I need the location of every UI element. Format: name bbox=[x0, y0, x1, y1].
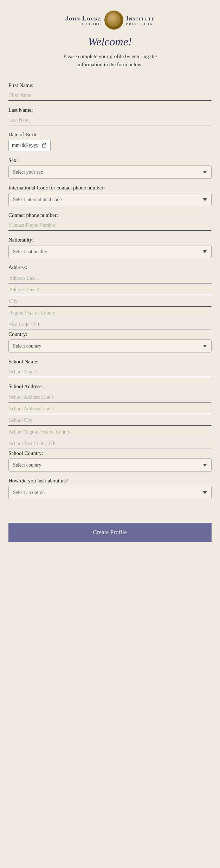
logo-name-right: Institute bbox=[126, 15, 155, 22]
address-group: Address: bbox=[8, 264, 212, 331]
last-name-group: Last Name: bbox=[8, 107, 212, 125]
school-address-line1-input[interactable] bbox=[8, 392, 212, 402]
medallion-portrait-icon bbox=[109, 15, 119, 25]
country-select[interactable]: Select country United Kingdom United Sta… bbox=[8, 339, 212, 352]
logo-name-left: John Locke bbox=[65, 15, 101, 22]
svg-point-0 bbox=[111, 17, 116, 21]
last-name-input[interactable] bbox=[8, 115, 212, 125]
address-line2-input[interactable] bbox=[8, 285, 212, 295]
address-label: Address: bbox=[8, 264, 212, 270]
first-name-label: First Name: bbox=[8, 82, 212, 88]
school-address-label: School Address: bbox=[8, 383, 212, 389]
dob-label: Date of Birth: bbox=[8, 132, 212, 138]
school-address-line2-input[interactable] bbox=[8, 404, 212, 414]
phone-group: Contact phone number: bbox=[8, 212, 212, 231]
school-country-label: School Country: bbox=[8, 450, 212, 456]
postcode-input[interactable] bbox=[8, 320, 212, 330]
nationality-select[interactable]: Select nationality British American Aust… bbox=[8, 245, 212, 258]
school-address-group: School Address: bbox=[8, 383, 212, 450]
phone-input[interactable] bbox=[8, 220, 212, 231]
city-input[interactable] bbox=[8, 296, 212, 307]
logo-sub-left: OXFORD bbox=[65, 22, 101, 26]
hear-about-group: How did you hear about us? Select an opt… bbox=[8, 478, 212, 499]
logo-text-right: Institute PRINCETON bbox=[126, 15, 155, 26]
welcome-title: Welcome! bbox=[88, 35, 132, 48]
region-input[interactable] bbox=[8, 308, 212, 318]
dob-input[interactable] bbox=[8, 140, 51, 151]
sex-group: Sex: Select your sex Male Female Non-bin… bbox=[8, 157, 212, 179]
sex-select[interactable]: Select your sex Male Female Non-binary P… bbox=[8, 166, 212, 179]
school-region-input[interactable] bbox=[8, 427, 212, 437]
country-group: Country: Select country United Kingdom U… bbox=[8, 331, 212, 352]
intl-code-label: International Code for contact phone num… bbox=[8, 185, 212, 191]
nationality-group: Nationality: Select nationality British … bbox=[8, 237, 212, 258]
submit-section: Create Profile bbox=[0, 516, 220, 552]
first-name-input[interactable] bbox=[8, 90, 212, 101]
address-line1-input[interactable] bbox=[8, 273, 212, 283]
school-name-group: School Name: bbox=[8, 359, 212, 377]
intl-code-select[interactable]: Select international code +1 (USA/Canada… bbox=[8, 193, 212, 206]
logo-text-left: John Locke OXFORD bbox=[65, 15, 101, 26]
create-profile-button[interactable]: Create Profile bbox=[8, 523, 212, 542]
address-input-stack bbox=[8, 273, 212, 331]
welcome-subtitle: Please complete your profile by entering… bbox=[50, 52, 170, 68]
logo-sub-right: PRINCETON bbox=[126, 22, 155, 26]
svg-point-1 bbox=[111, 21, 117, 25]
hear-about-label: How did you hear about us? bbox=[8, 478, 212, 484]
page-wrapper: John Locke OXFORD Institute PRINCETON We… bbox=[0, 0, 220, 567]
last-name-label: Last Name: bbox=[8, 107, 212, 113]
first-name-group: First Name: bbox=[8, 82, 212, 101]
nationality-label: Nationality: bbox=[8, 237, 212, 243]
school-country-group: School Country: Select country United Ki… bbox=[8, 450, 212, 472]
dob-group: Date of Birth: bbox=[8, 132, 212, 151]
school-postcode-input[interactable] bbox=[8, 439, 212, 449]
school-address-input-stack bbox=[8, 392, 212, 450]
school-city-input[interactable] bbox=[8, 416, 212, 426]
phone-label: Contact phone number: bbox=[8, 212, 212, 218]
header: John Locke OXFORD Institute PRINCETON We… bbox=[0, 0, 220, 79]
school-name-label: School Name: bbox=[8, 359, 212, 365]
logo-container: John Locke OXFORD Institute PRINCETON bbox=[65, 11, 155, 30]
logo-medallion bbox=[104, 11, 123, 30]
country-label: Country: bbox=[8, 331, 212, 337]
form-container: First Name: Last Name: Date of Birth: Se… bbox=[0, 79, 220, 516]
hear-about-select[interactable]: Select an option Social Media Friend or … bbox=[8, 486, 212, 499]
intl-code-group: International Code for contact phone num… bbox=[8, 185, 212, 206]
school-name-input[interactable] bbox=[8, 367, 212, 377]
sex-label: Sex: bbox=[8, 157, 212, 163]
school-country-select[interactable]: Select country United Kingdom United Sta… bbox=[8, 458, 212, 472]
